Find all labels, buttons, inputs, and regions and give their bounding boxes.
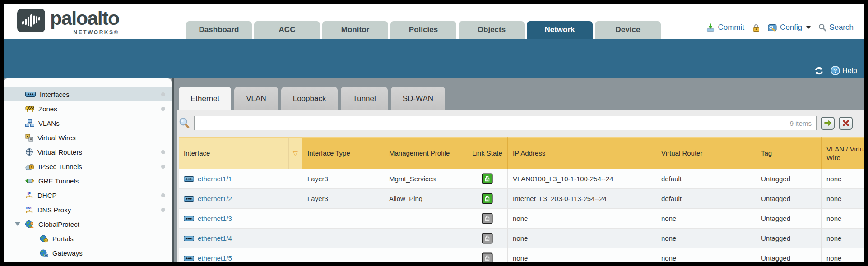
- table-row: ethernet1/1Layer3Mgmt_ServicesVLAN0100_L…: [179, 169, 864, 189]
- cell-interface: ethernet1/2: [179, 189, 302, 209]
- expander-down-icon[interactable]: [15, 222, 20, 226]
- table-header: InterfaceInterface TypeManagement Profil…: [179, 137, 864, 169]
- cell-management-profile: [384, 209, 467, 229]
- sidebar-item-vlans[interactable]: VLANs: [4, 116, 172, 130]
- sidebar-item-label: Virtual Wires: [37, 134, 76, 142]
- sidebar-item-dhcp[interactable]: IPDHCP: [4, 188, 172, 202]
- column-header-management-profile[interactable]: Management Profile: [384, 137, 467, 169]
- clear-filter-button[interactable]: [839, 117, 853, 130]
- gre-tunnels-icon: [25, 178, 34, 184]
- item-dot: [161, 208, 165, 212]
- subtab-ethernet[interactable]: Ethernet: [179, 87, 231, 110]
- cell-interface-type: Layer3: [302, 169, 384, 189]
- virtual-wires-icon: [25, 134, 33, 142]
- sidebar-item-virtual-wires[interactable]: Virtual Wires: [4, 130, 172, 145]
- tab-device[interactable]: Device: [595, 21, 661, 39]
- interfaces-table: InterfaceInterface TypeManagement Profil…: [179, 137, 864, 262]
- cell-tag: Untagged: [756, 248, 822, 262]
- cell-ip-address: none: [508, 229, 656, 248]
- commit-icon: [706, 23, 715, 32]
- virtual-routers-icon: [25, 148, 33, 156]
- tab-monitor[interactable]: Monitor: [322, 21, 388, 39]
- search-button[interactable]: Search: [818, 23, 854, 32]
- cell-interface-type: Layer3: [302, 189, 384, 209]
- config-button[interactable]: Config: [768, 23, 811, 32]
- cell-link-state: [467, 189, 508, 209]
- cell-vlan-virtual-wire: none: [822, 209, 864, 229]
- column-header-virtual-router[interactable]: Virtual Router: [656, 137, 756, 169]
- clear-x-icon: [842, 119, 849, 127]
- tab-dashboard[interactable]: Dashboard: [186, 21, 252, 39]
- column-header-interface-type[interactable]: Interface Type: [302, 137, 384, 169]
- cell-ip-address: VLAN0100_L3_10-1-100-254--24: [508, 169, 656, 189]
- interface-link[interactable]: ethernet1/3: [184, 215, 232, 222]
- banner-actions: Help: [814, 66, 857, 75]
- cell-interface-type: [302, 209, 384, 229]
- refresh-icon[interactable]: [814, 66, 824, 75]
- tab-objects[interactable]: Objects: [459, 21, 525, 39]
- screenshot-frame: paloalto NETWORKS® DashboardACCMonitorPo…: [0, 0, 868, 266]
- search-label: Search: [829, 23, 854, 32]
- sidebar-item-label: Virtual Routers: [37, 148, 82, 156]
- sidebar-item-ipsec-tunnels[interactable]: IPSec Tunnels: [4, 159, 172, 174]
- subtab-tunnel[interactable]: Tunnel: [341, 87, 387, 110]
- paloalto-logo-icon: [17, 9, 45, 32]
- logo-networks: NETWORKS®: [74, 29, 119, 36]
- cell-management-profile: [384, 229, 467, 248]
- sidebar-item-label: GlobalProtect: [38, 220, 79, 228]
- cell-management-profile: [384, 248, 467, 262]
- sidebar-item-label: DHCP: [37, 192, 57, 199]
- cell-ip-address: none: [508, 209, 656, 229]
- cell-tag: Untagged: [756, 189, 822, 209]
- column-header-interface[interactable]: Interface: [179, 137, 289, 169]
- ethernet-port-icon: [184, 236, 194, 241]
- lock-icon[interactable]: [752, 23, 760, 32]
- sidebar-item-zones[interactable]: Zones: [4, 101, 172, 116]
- sidebar-item-dns-proxy[interactable]: DNSDNS Proxy: [4, 202, 172, 217]
- item-dot: [161, 193, 165, 197]
- interface-link[interactable]: ethernet1/1: [184, 175, 232, 183]
- config-icon: [768, 23, 777, 32]
- sidebar-item-globalprotect[interactable]: GlobalProtect: [4, 217, 172, 231]
- filter-row: 9 items: [177, 110, 864, 134]
- vlans-icon: [25, 119, 34, 127]
- cell-link-state: [467, 229, 508, 248]
- cell-virtual-router: none: [656, 229, 756, 248]
- subtab-vlan[interactable]: VLAN: [234, 87, 278, 110]
- apply-filter-button[interactable]: [821, 117, 835, 130]
- filter-magnifier-icon: [179, 117, 190, 129]
- interface-link[interactable]: ethernet1/2: [184, 195, 232, 202]
- cell-vlan-virtual-wire: none: [822, 248, 864, 262]
- cell-virtual-router: none: [656, 209, 756, 229]
- sort-dropdown-button[interactable]: [289, 137, 302, 169]
- sidebar-item-portals[interactable]: Portals: [4, 231, 172, 246]
- tab-network[interactable]: Network: [527, 21, 593, 39]
- link-up-icon: [482, 193, 493, 204]
- subtab-loopback[interactable]: Loopback: [281, 87, 338, 110]
- sidebar-item-gateways[interactable]: Gateways: [4, 246, 172, 260]
- tab-policies[interactable]: Policies: [390, 21, 456, 39]
- help-icon: [831, 66, 840, 75]
- filter-input[interactable]: [199, 119, 790, 128]
- commit-button[interactable]: Commit: [706, 23, 744, 32]
- subtab-sd-wan[interactable]: SD-WAN: [391, 87, 445, 110]
- help-button[interactable]: Help: [831, 66, 857, 75]
- tab-acc[interactable]: ACC: [254, 21, 320, 39]
- ethernet-port-icon: [184, 256, 194, 261]
- cell-interface-type: [302, 229, 384, 248]
- column-header-tag[interactable]: Tag: [756, 137, 822, 169]
- sidebar-item-gre-tunnels[interactable]: GRE Tunnels: [4, 174, 172, 188]
- column-header-ip-address[interactable]: IP Address: [508, 137, 656, 169]
- interface-link[interactable]: ethernet1/5: [184, 254, 232, 262]
- column-header-link-state[interactable]: Link State: [467, 137, 508, 169]
- sidebar-item-virtual-routers[interactable]: Virtual Routers: [4, 145, 172, 159]
- paloalto-logo: paloalto NETWORKS®: [17, 9, 119, 36]
- workspace: InterfacesZonesVLANsVirtual WiresVirtual…: [4, 78, 864, 262]
- column-header-vlan-virtual-wire[interactable]: VLAN / Virtual Wire: [822, 137, 864, 169]
- sidebar-item-interfaces[interactable]: Interfaces: [4, 87, 172, 101]
- cell-vlan-virtual-wire: none: [822, 229, 864, 248]
- interface-link[interactable]: ethernet1/4: [184, 234, 232, 242]
- table-row: ethernet1/4nonenoneUntaggednone: [179, 229, 864, 248]
- cell-vlan-virtual-wire: none: [822, 189, 864, 209]
- logo-name: paloalto: [50, 9, 119, 28]
